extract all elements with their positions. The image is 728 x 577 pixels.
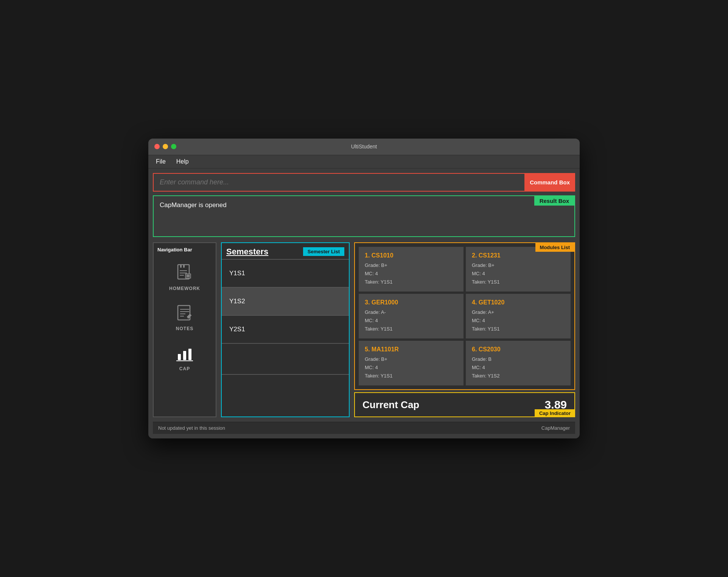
result-text: CapManager is opened <box>154 196 574 214</box>
module-info-2: Grade: B+ MC: 4 Taken: Y1S1 <box>472 261 565 286</box>
module-code-3: GER1000 <box>372 299 398 306</box>
module-card-ger1000[interactable]: 3. GER1000 Grade: A- MC: 4 Taken: Y1S1 <box>359 294 464 338</box>
svg-rect-1 <box>180 265 182 268</box>
cap-title: Current Cap <box>362 399 419 411</box>
minimize-button[interactable] <box>163 144 168 149</box>
svg-rect-14 <box>178 354 181 360</box>
cap-indicator: Current Cap 3.89 Cap Indicator <box>354 392 575 417</box>
module-card-get1020[interactable]: 4. GET1020 Grade: A+ MC: 4 Taken: Y1S1 <box>466 294 571 338</box>
module-index-1: 1. <box>365 252 370 259</box>
svg-rect-15 <box>183 351 186 360</box>
modules-list: Modules List 1. CS1010 Grade: B+ MC: 4 <box>354 242 575 390</box>
module-code-1: CS1010 <box>372 252 394 259</box>
command-input[interactable] <box>153 173 575 192</box>
semester-item-y1s1[interactable]: Y1S1 <box>222 259 349 288</box>
status-bar: Not updated yet in this session CapManag… <box>153 422 575 434</box>
maximize-button[interactable] <box>171 144 176 149</box>
notes-icon <box>175 303 194 323</box>
sidebar-item-homework[interactable]: HOMEWORK <box>154 257 216 297</box>
cap-label: CAP <box>179 366 190 371</box>
command-box-wrapper: Command Box <box>153 173 575 192</box>
sidebar-item-cap[interactable]: CAP <box>154 337 216 377</box>
module-index-5: 5. <box>365 346 370 352</box>
module-title-2: 2. CS1231 <box>472 252 565 259</box>
menu-bar: File Help <box>148 155 580 168</box>
module-info-4: Grade: A+ MC: 4 Taken: Y1S1 <box>472 308 565 333</box>
svg-rect-2 <box>183 265 185 268</box>
module-card-cs1231[interactable]: 2. CS1231 Grade: B+ MC: 4 Taken: Y1S1 <box>466 247 571 292</box>
module-title-5: 5. MA1101R <box>365 346 457 353</box>
homework-icon <box>175 263 194 283</box>
modules-list-label: Modules List <box>535 243 574 252</box>
status-left: Not updated yet in this session <box>158 425 225 431</box>
title-bar: UltiStudent <box>148 139 580 155</box>
module-card-cs2030[interactable]: 6. CS2030 Grade: B MC: 4 Taken: Y1S2 <box>466 341 571 385</box>
module-index-2: 2. <box>472 252 477 259</box>
cap-indicator-label: Cap Indicator <box>535 409 575 417</box>
semester-item-y1s2[interactable]: Y1S2 <box>222 288 349 316</box>
app-body: Command Box CapManager is opened Result … <box>148 168 580 439</box>
modules-grid: 1. CS1010 Grade: B+ MC: 4 Taken: Y1S1 <box>355 243 574 390</box>
result-box-label: Result Box <box>534 196 574 206</box>
cap-icon <box>175 343 194 363</box>
module-code-2: CS1231 <box>479 252 501 259</box>
module-code-6: CS2030 <box>479 346 501 352</box>
module-info-3: Grade: A- MC: 4 Taken: Y1S1 <box>365 308 457 333</box>
status-right: CapManager <box>541 425 570 431</box>
result-box: CapManager is opened Result Box <box>153 195 575 237</box>
module-title-3: 3. GER1000 <box>365 299 457 306</box>
module-title-6: 6. CS2030 <box>472 346 565 353</box>
sidebar-item-notes[interactable]: NOTES <box>154 297 216 337</box>
module-title-4: 4. GET1020 <box>472 299 565 306</box>
module-code-4: GET1020 <box>479 299 504 306</box>
svg-rect-6 <box>185 274 191 278</box>
notes-label: NOTES <box>176 326 193 331</box>
semester-item-empty <box>222 344 349 375</box>
menu-help[interactable]: Help <box>175 158 190 166</box>
traffic-lights <box>154 144 176 149</box>
semester-item-y2s1[interactable]: Y2S1 <box>222 316 349 344</box>
module-code-5: MA1101R <box>372 346 399 352</box>
module-info-1: Grade: B+ MC: 4 Taken: Y1S1 <box>365 261 457 286</box>
menu-file[interactable]: File <box>154 158 167 166</box>
semester-list: Semesters Semester List Y1S1 Y1S2 Y2S1 <box>221 242 350 418</box>
module-info-5: Grade: B+ MC: 4 Taken: Y1S1 <box>365 355 457 380</box>
module-card-cs1010[interactable]: 1. CS1010 Grade: B+ MC: 4 Taken: Y1S1 <box>359 247 464 292</box>
module-title-1: 1. CS1010 <box>365 252 457 259</box>
command-box-label: Command Box <box>524 173 575 192</box>
svg-rect-16 <box>188 349 191 360</box>
semester-list-title: Semesters <box>226 247 268 257</box>
module-index-3: 3. <box>365 299 370 306</box>
close-button[interactable] <box>154 144 160 149</box>
module-index-6: 6. <box>472 346 477 352</box>
module-index-4: 4. <box>472 299 477 306</box>
navigation-bar: Navigation Bar HOMEWORK <box>153 242 216 418</box>
semester-items: Y1S1 Y1S2 Y2S1 <box>222 259 349 417</box>
homework-label: HOMEWORK <box>169 286 200 291</box>
nav-bar-label: Navigation Bar <box>154 247 192 253</box>
semester-list-label: Semester List <box>303 247 344 256</box>
main-window: UltiStudent File Help Command Box CapMan… <box>148 139 580 439</box>
module-card-ma1101r[interactable]: 5. MA1101R Grade: B+ MC: 4 Taken: Y1S1 <box>359 341 464 385</box>
semester-list-header: Semesters Semester List <box>222 243 349 259</box>
right-panel: Modules List 1. CS1010 Grade: B+ MC: 4 <box>354 242 575 418</box>
module-info-6: Grade: B MC: 4 Taken: Y1S2 <box>472 355 565 380</box>
main-content: Navigation Bar HOMEWORK <box>153 242 575 418</box>
window-title: UltiStudent <box>351 143 377 150</box>
